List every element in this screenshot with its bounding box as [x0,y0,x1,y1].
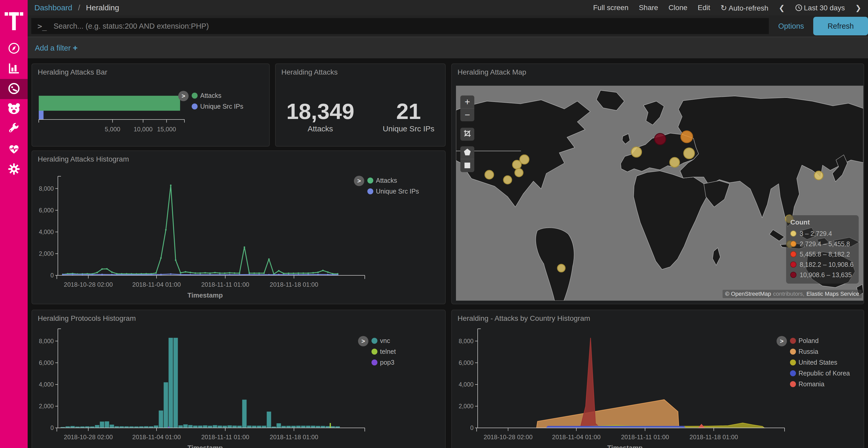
refresh-button[interactable]: Refresh [813,17,868,35]
sidebar-item-management[interactable] [0,160,28,180]
legend-item[interactable]: Romania [790,380,850,388]
svg-text:2018-10-28 02:00: 2018-10-28 02:00 [64,434,113,441]
crop-icon [463,129,471,140]
map-legend-item: 2,729.4 – 5,455.8 [790,239,854,249]
legend-item[interactable]: Attacks [367,177,419,184]
map-zoom-out-button[interactable]: − [460,108,474,121]
series-color-dot [790,338,796,344]
svg-text:8,000: 8,000 [39,338,54,345]
map-legend-item: 8,182.2 – 10,908.6 [790,260,854,270]
legend-item[interactable]: telnet [371,348,396,355]
svg-text:2018-11-18 01:00: 2018-11-18 01:00 [270,434,318,441]
legend-item[interactable]: Unique Src IPs [192,103,243,110]
sidebar-item-discover[interactable] [0,39,28,59]
metric-label: Unique Src IPs [382,125,434,133]
legend-item[interactable]: Russia [790,348,850,355]
attack-marker [670,158,679,167]
sidebar-item-visualize[interactable] [0,59,28,79]
full-screen-button[interactable]: Full screen [593,4,628,12]
edit-button[interactable]: Edit [698,4,710,12]
polygon-icon [463,147,471,158]
legend-item[interactable]: Poland [790,337,850,345]
panel-attacks-histogram: Heralding Attacks Histogram 02,0004,0006… [32,150,445,304]
map-fit-bounds-button[interactable] [460,128,474,141]
panel-protocols-histogram: Heralding Protocols Histogram 02,0004,00… [32,310,445,448]
rectangle-icon [464,160,471,171]
map-draw-rectangle-button[interactable] [460,159,474,172]
svg-text:2,000: 2,000 [39,250,54,257]
sidebar-item-tpot[interactable] [0,99,28,119]
sidebar-item-monitoring[interactable] [0,139,28,160]
time-range-button[interactable]: Last 30 days [795,3,845,12]
legend-item[interactable]: Republic of Korea [790,370,850,377]
svg-text:2018-11-04 01:00: 2018-11-04 01:00 [132,281,181,288]
map-legend-title: Count [790,218,854,226]
svg-text:2018-11-18 01:00: 2018-11-18 01:00 [689,434,738,441]
time-range-prev-button[interactable]: ❮ [779,4,784,12]
panel-title: Heralding Attacks Histogram [38,155,129,163]
attack-marker [513,160,521,169]
sidebar-item-devtools[interactable] [0,119,28,139]
panel-attacks-metric: Heralding Attacks 18,349 Attacks 21 Uniq… [275,64,445,146]
legend-item[interactable]: pop3 [371,359,396,366]
attack-marker [631,147,642,157]
legend: > PolandRussiaUnited StatesRepublic of K… [777,336,850,388]
sidebar-item-dashboard[interactable] [0,79,28,99]
clone-button[interactable]: Clone [669,4,687,12]
legend-item[interactable]: vnc [371,337,396,345]
attack-marker [681,131,692,143]
map-legend-item: 5,455.8 – 8,182.2 [790,249,854,260]
search-box: >_ [31,18,769,34]
add-filter-link[interactable]: Add a filter+ [35,43,78,53]
svg-text:0: 0 [51,272,54,279]
series-color-dot [790,349,796,354]
svg-text:2018-11-11 01:00: 2018-11-11 01:00 [201,281,249,288]
legend-item[interactable]: United States [790,359,850,366]
series-color-dot [371,338,377,344]
gauge-icon [8,82,20,96]
attack-marker [485,170,494,179]
legend-expand-icon[interactable]: > [358,336,368,346]
map-count-legend: Count 3 – 2,729.42,729.4 – 5,455.85,455.… [786,215,859,284]
map-zoom-in-button[interactable]: + [460,96,474,108]
legend-item[interactable]: Unique Src IPs [367,187,419,195]
series-color-dot [790,359,796,366]
filter-bar: Add a filter+ [28,37,868,58]
legend: > AttacksUnique Src IPs [178,91,243,110]
metric-value: 21 [382,100,434,123]
elastic-maps-link[interactable]: Elastic Maps Service [807,290,859,297]
sidebar [0,0,28,448]
panel-title: Heralding Attack Map [458,68,526,76]
legend: > AttacksUnique Src IPs [354,176,419,195]
osm-link[interactable]: © OpenStreetMap [725,290,771,297]
auto-refresh-button[interactable]: ↻Auto-refresh [720,3,768,12]
legend-item[interactable]: Attacks [192,92,243,99]
share-button[interactable]: Share [639,4,658,12]
map-legend-item: 10,908.6 – 13,635 [790,270,854,280]
series-color-dot [371,349,377,354]
refresh-cycle-icon: ↻ [720,4,727,12]
legend-expand-icon[interactable]: > [777,336,787,346]
breadcrumb: Dashboard / Heralding [34,3,119,12]
time-range-next-button[interactable]: ❯ [855,4,861,12]
gear-icon [8,163,20,176]
heartbeat-icon [8,143,20,156]
svg-text:8,000: 8,000 [39,185,54,192]
metric-unique-src-ips: 21 Unique Src IPs [382,100,434,146]
plus-icon: + [73,43,78,53]
options-link[interactable]: Options [778,22,804,30]
svg-text:6,000: 6,000 [459,359,473,366]
search-input[interactable] [54,22,763,30]
svg-text:2018-11-04 01:00: 2018-11-04 01:00 [552,434,601,441]
world-map[interactable]: + − Count 3 – 2,729.42,729.4 – 5,455.85,… [456,86,863,301]
breadcrumb-dashboard-link[interactable]: Dashboard [34,3,72,12]
clock-icon [795,3,802,12]
metric-label: Attacks [286,125,354,133]
telekom-t-logo [0,0,28,39]
svg-text:6,000: 6,000 [39,207,54,214]
svg-text:0: 0 [470,424,473,431]
panel-attack-map: Heralding Attack Map [451,64,864,304]
legend-expand-icon[interactable]: > [354,176,364,186]
legend-expand-icon[interactable]: > [178,91,189,101]
map-draw-polygon-button[interactable] [460,146,474,159]
